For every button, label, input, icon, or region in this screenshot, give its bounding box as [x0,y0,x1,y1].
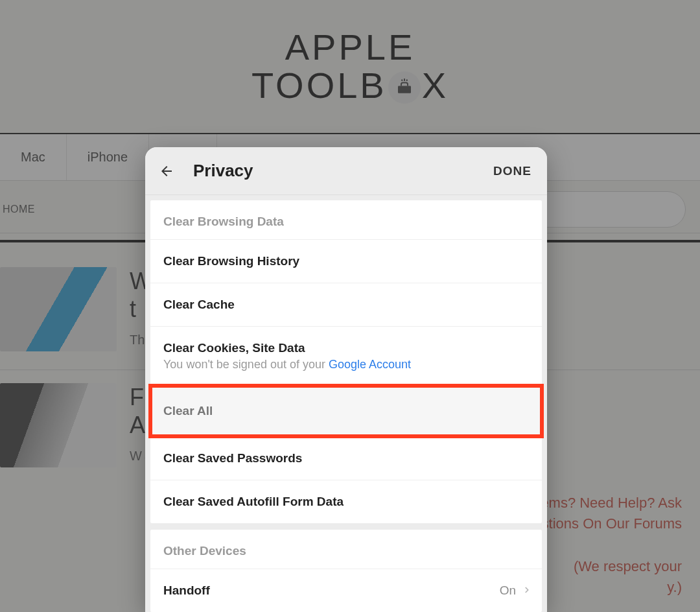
chevron-right-icon [522,583,531,598]
modal-body: Clear Browsing Data Clear Browsing Histo… [145,195,547,612]
modal-title: Privacy [193,161,253,181]
privacy-modal: Privacy DONE Clear Browsing Data Clear B… [145,147,547,612]
item-title: Clear Cookies, Site Data [163,341,529,355]
page-root: APPLE TOOLB X Mac iPhone iPad HOME [0,0,700,612]
item-subtitle: You won't be signed out of your Google A… [163,358,529,371]
arrow-left-icon [159,163,174,179]
clear-data-section: Clear Browsing Data Clear Browsing Histo… [150,200,542,523]
section-header: Clear Browsing Data [150,200,542,239]
clear-passwords-item[interactable]: Clear Saved Passwords [150,436,542,480]
clear-browsing-history-item[interactable]: Clear Browsing History [150,239,542,283]
clear-cookies-item[interactable]: Clear Cookies, Site Data You won't be si… [150,326,542,386]
done-button[interactable]: DONE [493,164,531,178]
clear-all-item[interactable]: Clear All [150,386,542,436]
back-button[interactable] [157,161,176,181]
clear-autofill-item[interactable]: Clear Saved Autofill Form Data [150,480,542,523]
clear-cache-item[interactable]: Clear Cache [150,283,542,326]
handoff-label: Handoff [163,583,210,598]
other-devices-section: Other Devices Handoff On [150,530,542,612]
handoff-item[interactable]: Handoff On [150,569,542,612]
google-account-link[interactable]: Google Account [329,358,411,371]
modal-header: Privacy DONE [145,147,547,195]
section-header: Other Devices [150,530,542,569]
handoff-value: On [500,583,531,598]
